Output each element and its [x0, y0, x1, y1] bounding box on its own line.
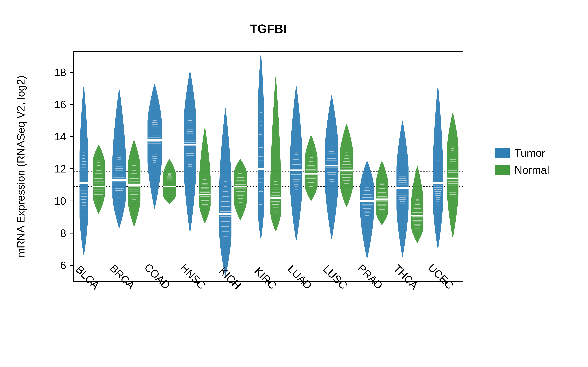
x-tick-label: LUSC: [321, 263, 350, 292]
violin-chart: TGFBI mRNA Expression (RNASeq V2, log2) …: [0, 0, 588, 367]
chart-title: TGFBI: [250, 22, 287, 36]
legend-label-normal: Normal: [515, 164, 549, 176]
x-tick-label: BRCA: [107, 262, 137, 292]
violin-shapes: [79, 53, 458, 276]
x-tick-label: THCA: [391, 262, 421, 292]
x-tick-label: BLCA: [73, 263, 102, 292]
y-tick-label: 6: [60, 259, 66, 271]
violin-shape: [433, 85, 443, 249]
legend-swatch-normal: [495, 165, 510, 175]
legend-swatch-tumor: [495, 148, 510, 158]
x-tick-label: KIRC: [252, 265, 279, 292]
y-tick-label: 14: [54, 131, 66, 143]
x-tick-label: HNSC: [178, 261, 208, 292]
violin-shape: [447, 113, 458, 238]
x-axis-ticks: BLCABRCACOADHNSCKICHKIRCLUADLUSCPRADTHCA…: [73, 261, 456, 292]
y-tick-label: 16: [54, 98, 66, 110]
legend: Tumor Normal: [495, 147, 549, 176]
legend-label-tumor: Tumor: [515, 147, 545, 159]
x-tick-label: LUAD: [285, 263, 314, 292]
y-axis-ticks: 681012141618: [54, 66, 73, 271]
x-tick-label: UCEC: [426, 261, 456, 292]
violin-shape: [184, 71, 196, 233]
y-axis-title: mRNA Expression (RNASeq V2, log2): [15, 75, 27, 257]
violin-shape: [112, 88, 126, 228]
x-tick-label: COAD: [142, 261, 173, 292]
y-tick-label: 10: [54, 195, 66, 207]
x-tick-label: KICH: [217, 265, 243, 292]
x-tick-label: PRAD: [355, 262, 385, 292]
y-tick-label: 12: [54, 163, 66, 175]
y-tick-label: 8: [60, 227, 66, 239]
violin-shape: [270, 75, 281, 232]
violin-shape: [147, 83, 162, 209]
y-tick-label: 18: [54, 66, 66, 78]
